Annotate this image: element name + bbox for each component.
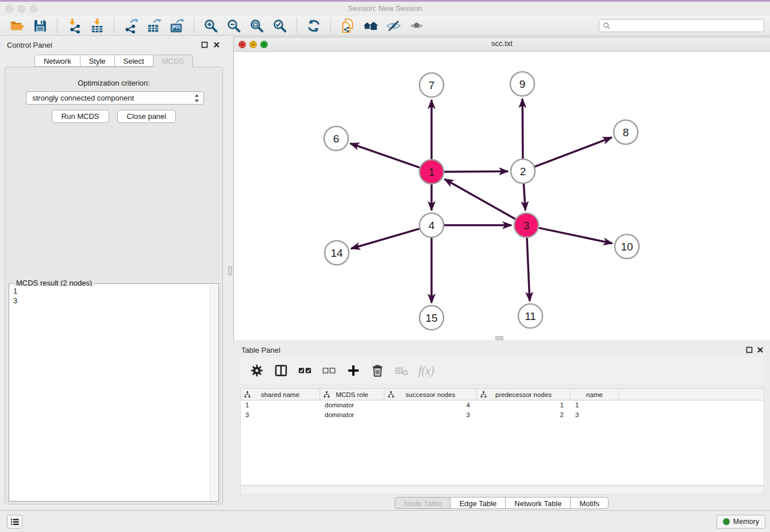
hide-selected-icon[interactable] <box>384 18 403 34</box>
graph-node-8[interactable]: 8 <box>614 120 638 144</box>
table-cell[interactable]: 3 <box>384 411 477 418</box>
memory-button[interactable]: Memory <box>717 515 765 529</box>
tab-style[interactable]: Style <box>80 55 115 67</box>
graph-edge-2-3[interactable] <box>523 184 525 210</box>
graph-edge-4-14[interactable] <box>351 229 419 249</box>
graph-node-11[interactable]: 11 <box>518 304 542 328</box>
delete-columns-icon[interactable] <box>370 363 385 378</box>
column-header-MCDS-role[interactable]: MCDS role <box>320 389 384 400</box>
table-horizontal-scrollbar[interactable] <box>240 485 764 495</box>
close-panel-button[interactable]: Close panel <box>117 110 176 123</box>
table-cell[interactable]: dominator <box>320 411 384 418</box>
panel-split-divider[interactable] <box>228 36 233 510</box>
table-float-panel-icon[interactable] <box>746 346 753 353</box>
tab-node-table[interactable]: Node Table <box>395 497 451 509</box>
tab-mcds[interactable]: MCDS <box>153 55 193 67</box>
mcds-result-groupbox: MCDS result (2 nodes) 13 <box>9 283 219 502</box>
zoom-out-icon[interactable] <box>224 18 244 34</box>
graph-edge-2-8[interactable] <box>535 137 612 167</box>
graph-edge-2-9[interactable] <box>522 99 523 159</box>
table-panel: Table Panel f(x) shared nameMCDS rolesuc… <box>233 342 770 510</box>
table-cell[interactable]: 3 <box>241 411 320 418</box>
column-header-shared-name[interactable]: shared name <box>241 389 320 400</box>
table-tabs: Node TableEdge TableNetwork TableMotifs <box>233 497 770 509</box>
save-session-icon[interactable] <box>30 18 50 34</box>
tab-edge-table[interactable]: Edge Table <box>451 497 506 509</box>
graph-edge-3-11[interactable] <box>527 238 530 301</box>
table-cell[interactable]: 1 <box>571 402 619 408</box>
table-cell[interactable]: 1 <box>477 402 571 408</box>
column-header-name[interactable]: name <box>571 389 619 400</box>
graph-edge-3-10[interactable] <box>539 228 613 244</box>
search-input[interactable] <box>613 21 760 30</box>
show-columns-icon[interactable] <box>274 363 288 378</box>
table-row[interactable]: 3dominator323 <box>241 410 764 420</box>
tree-icon <box>388 391 394 398</box>
network-window-titlebar[interactable]: scc.txt <box>234 37 770 52</box>
table-cell[interactable]: 2 <box>477 411 571 418</box>
run-mcds-button[interactable]: Run MCDS <box>52 110 109 123</box>
graph-node-15[interactable]: 15 <box>419 306 444 330</box>
search-box[interactable] <box>599 19 764 32</box>
column-header-successor-nodes[interactable]: successor nodes <box>384 389 477 400</box>
export-image-icon[interactable] <box>167 18 187 34</box>
table-cell[interactable]: 1 <box>241 402 320 408</box>
table-close-panel-icon[interactable] <box>757 346 764 353</box>
deselect-all-icon[interactable] <box>322 363 337 378</box>
network-view-window: scc.txt 1234678910111415 <box>233 37 770 340</box>
tab-motifs[interactable]: Motifs <box>571 497 609 509</box>
tab-network[interactable]: Network <box>34 55 80 67</box>
graph-node-1[interactable]: 1 <box>419 160 444 184</box>
tab-network-table[interactable]: Network Table <box>506 497 571 509</box>
network-table-split-grip[interactable] <box>495 336 503 340</box>
graph-node-6[interactable]: 6 <box>324 126 348 151</box>
first-neighbors-icon[interactable] <box>361 18 380 34</box>
select-all-icon[interactable] <box>298 363 313 378</box>
graph-node-3[interactable]: 3 <box>514 213 538 237</box>
graph-node-4[interactable]: 4 <box>419 213 444 237</box>
export-table-icon[interactable] <box>144 18 164 34</box>
criterion-dropdown[interactable]: strongly connected component <box>26 91 204 105</box>
new-network-from-selection-icon[interactable] <box>338 18 357 34</box>
open-session-folder-icon[interactable] <box>7 18 27 34</box>
import-network-icon[interactable] <box>64 18 84 34</box>
svg-text:2: 2 <box>520 165 526 178</box>
tab-select[interactable]: Select <box>115 55 153 67</box>
layout-refresh-icon[interactable] <box>304 18 324 34</box>
network-minimize-button[interactable] <box>249 41 257 48</box>
cytoscape-window: Session: New Session Control Panel Netwo… <box>0 0 770 532</box>
table-row[interactable]: 1dominator411 <box>241 400 764 410</box>
show-all-icon[interactable] <box>407 18 426 34</box>
table-mode-gear-icon[interactable] <box>249 363 264 378</box>
graph-node-10[interactable]: 10 <box>615 234 639 259</box>
graph-node-9[interactable]: 9 <box>510 72 534 96</box>
import-table-icon[interactable] <box>87 18 107 34</box>
close-panel-icon[interactable] <box>213 41 220 48</box>
float-panel-icon[interactable] <box>201 41 208 48</box>
graph-node-7[interactable]: 7 <box>419 73 444 97</box>
mcds-buttons: Run MCDS Close panel <box>5 110 222 123</box>
zoom-fit-icon[interactable] <box>247 18 267 34</box>
graph-node-2[interactable]: 2 <box>511 159 535 183</box>
network-close-button[interactable] <box>238 41 246 48</box>
export-network-icon[interactable] <box>121 18 141 34</box>
network-maximize-button[interactable] <box>260 41 268 48</box>
graph-edge-1-6[interactable] <box>351 144 420 168</box>
divider-grip[interactable] <box>228 267 232 275</box>
mcds-result-list[interactable]: 13 <box>10 286 210 500</box>
table-cell[interactable]: 4 <box>384 402 477 408</box>
control-panel: Control Panel NetworkStyleSelectMCDS Opt… <box>0 36 228 510</box>
create-column-icon[interactable] <box>346 363 361 378</box>
zoom-selected-icon[interactable] <box>270 18 290 34</box>
table-cell[interactable]: 3 <box>571 411 619 418</box>
network-canvas[interactable]: 1234678910111415 <box>234 52 770 340</box>
graph-edge-3-1[interactable] <box>445 179 515 219</box>
column-header-predecessor-nodes[interactable]: predecessor nodes <box>477 389 571 400</box>
task-history-button[interactable] <box>7 515 22 529</box>
criterion-value: strongly connected component <box>32 94 134 102</box>
graph-edge-1-2[interactable] <box>444 171 508 172</box>
zoom-in-icon[interactable] <box>201 18 221 34</box>
table-cell[interactable]: dominator <box>320 402 384 408</box>
graph-node-14[interactable]: 14 <box>325 241 349 265</box>
result-scrollbar[interactable] <box>210 284 218 500</box>
